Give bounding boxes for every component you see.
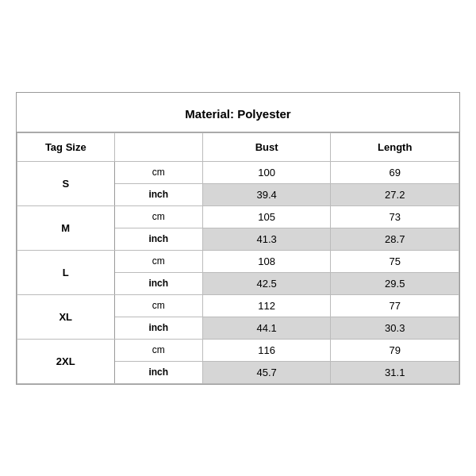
table-row: Lcm10875 bbox=[17, 250, 459, 272]
unit-cell: cm bbox=[114, 250, 202, 272]
bust-cell: 44.1 bbox=[202, 317, 331, 339]
length-cell: 75 bbox=[331, 250, 459, 272]
bust-cell: 105 bbox=[202, 205, 331, 228]
size-tag-cell: S bbox=[17, 161, 115, 205]
header-unit-placeholder bbox=[114, 132, 202, 161]
unit-cell: inch bbox=[114, 228, 202, 250]
header-bust: Bust bbox=[202, 132, 331, 161]
length-cell: 31.1 bbox=[331, 361, 459, 383]
size-tag-cell: XL bbox=[17, 294, 115, 339]
unit-cell: inch bbox=[114, 317, 202, 339]
header-length: Length bbox=[331, 132, 459, 161]
unit-cell: cm bbox=[114, 294, 202, 317]
header-row: Tag Size Bust Length bbox=[17, 132, 459, 161]
bust-cell: 100 bbox=[202, 161, 331, 183]
length-cell: 29.5 bbox=[331, 272, 459, 294]
size-tag-cell: M bbox=[17, 205, 115, 250]
unit-cell: cm bbox=[114, 205, 202, 228]
bust-cell: 116 bbox=[202, 339, 331, 361]
length-cell: 73 bbox=[331, 205, 459, 228]
bust-cell: 41.3 bbox=[202, 228, 331, 250]
chart-title: Material: Polyester bbox=[17, 93, 459, 132]
bust-cell: 112 bbox=[202, 294, 331, 317]
size-tag-cell: 2XL bbox=[17, 339, 115, 383]
size-chart: Material: Polyester Tag Size Bust Length… bbox=[16, 92, 460, 385]
bust-cell: 108 bbox=[202, 250, 331, 272]
size-table: Tag Size Bust Length Scm10069inch39.427.… bbox=[17, 132, 459, 384]
unit-cell: inch bbox=[114, 361, 202, 383]
length-cell: 27.2 bbox=[331, 183, 459, 205]
unit-cell: cm bbox=[114, 339, 202, 361]
table-row: Scm10069 bbox=[17, 161, 459, 183]
size-tag-cell: L bbox=[17, 250, 115, 294]
length-cell: 77 bbox=[331, 294, 459, 317]
bust-cell: 45.7 bbox=[202, 361, 331, 383]
length-cell: 30.3 bbox=[331, 317, 459, 339]
table-row: 2XLcm11679 bbox=[17, 339, 459, 361]
table-row: XLcm11277 bbox=[17, 294, 459, 317]
length-cell: 28.7 bbox=[331, 228, 459, 250]
unit-cell: inch bbox=[114, 183, 202, 205]
unit-cell: inch bbox=[114, 272, 202, 294]
length-cell: 79 bbox=[331, 339, 459, 361]
header-tag-size: Tag Size bbox=[17, 132, 115, 161]
bust-cell: 42.5 bbox=[202, 272, 331, 294]
bust-cell: 39.4 bbox=[202, 183, 331, 205]
table-row: Mcm10573 bbox=[17, 205, 459, 228]
length-cell: 69 bbox=[331, 161, 459, 183]
unit-cell: cm bbox=[114, 161, 202, 183]
